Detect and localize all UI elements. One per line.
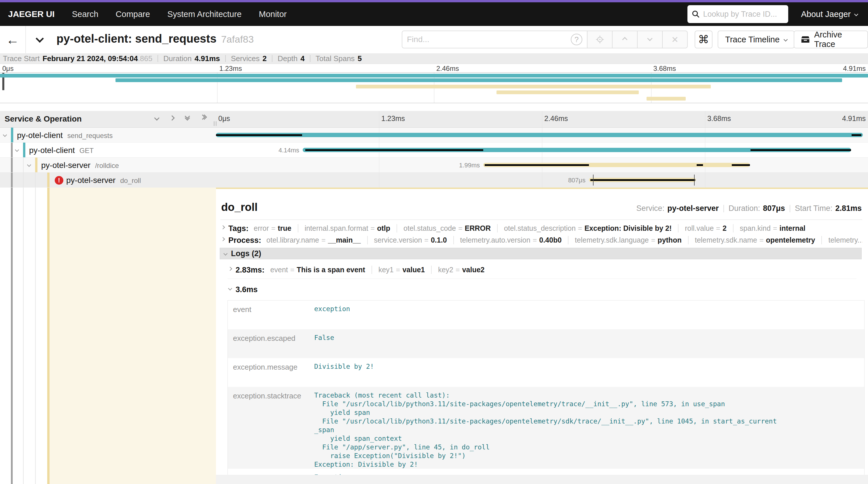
axis-tick: 1.23ms: [381, 114, 405, 123]
span-detail-title: do_roll: [221, 201, 258, 213]
kv-table-row-exception-escaped: exception.escapedFalse: [228, 329, 864, 358]
nav-item-search[interactable]: Search: [63, 9, 107, 19]
logs-section-toggle[interactable]: Logs (2): [220, 248, 862, 259]
trace-id-lookup[interactable]: [687, 5, 788, 23]
minimap-axis: 0μs1.23ms2.46ms3.68ms4.91ms: [0, 64, 868, 72]
axis-tick: 2.46ms: [544, 114, 568, 123]
find-toolbar: ? ✕: [402, 31, 688, 49]
critical-path-segment: [305, 149, 483, 151]
detail-meta-starttime: Start Time:2.81ms: [795, 204, 862, 213]
service-name: py-otel-serverdo_roll: [66, 176, 141, 185]
process-section-toggle[interactable]: Process: otel.library.name=__main__servi…: [220, 236, 862, 245]
operation-name: GET: [80, 147, 94, 154]
help-icon[interactable]: ?: [571, 34, 582, 45]
trace-id-short: 7afaf83: [221, 34, 254, 44]
span-row--rolldice[interactable]: py-otel-server/rolldice1.99ms: [0, 158, 868, 173]
service-operation-header: Service & Operation: [5, 114, 82, 124]
next-result-button[interactable]: [638, 31, 663, 49]
span-row-get[interactable]: py-otel-clientGET4.14ms: [0, 143, 868, 158]
timeline-ruler: 0μs1.23ms2.46ms3.68ms4.91ms: [216, 111, 868, 127]
chevron-right-icon: [221, 237, 225, 241]
kv-table-row-exception-message: exception.messageDivisible by 2!: [228, 358, 864, 387]
kv-field-internal-span-format: internal.span.format=otlp: [298, 224, 397, 233]
clear-find-button[interactable]: ✕: [663, 31, 688, 49]
focus-span-button[interactable]: [588, 31, 613, 49]
tags-fields: error=trueinternal.span.format=otlpotel.…: [254, 224, 812, 233]
expand-one-icon[interactable]: [169, 115, 175, 120]
kv-field-key1: key1=value1: [372, 266, 431, 274]
kv-field-error: error=true: [254, 224, 298, 233]
log-keyvalue-table: eventexceptionexception.escapedFalseexce…: [227, 300, 865, 484]
chevron-down-icon: [647, 36, 652, 41]
service-name: py-otel-clientsend_requests: [17, 131, 113, 140]
minimap-span-bar: [496, 90, 639, 94]
span-bar[interactable]: [216, 133, 863, 137]
detail-meta-duration: Duration:807μs: [728, 204, 785, 213]
service-name: py-otel-server/rolldice: [41, 161, 119, 170]
prev-result-button[interactable]: [613, 31, 638, 49]
log-entry-1[interactable]: 2.83ms: event=This is a span eventkey1=v…: [227, 262, 857, 279]
kv-field-telemetry-sdk-language: telemetry.sdk.language=python: [568, 236, 688, 244]
about-jaeger-menu[interactable]: About Jaeger: [801, 9, 858, 19]
kv-field-event: event=This is a span event: [271, 266, 372, 274]
trace-view-selector[interactable]: Trace Timeline: [718, 31, 795, 49]
span-color-accent: [35, 158, 37, 172]
back-arrow-icon: ←: [6, 33, 19, 47]
axis-tick: 1.23ms: [219, 64, 242, 72]
minimap-span-bar: [116, 78, 842, 82]
span-detail-meta: Service:py-otel-serverDuration:807μsStar…: [637, 204, 862, 213]
row-collapse-chevron[interactable]: [27, 163, 31, 167]
trace-collapse-toggle[interactable]: [37, 36, 42, 43]
trace-id-input[interactable]: [703, 10, 781, 19]
expand-all-icon[interactable]: [201, 117, 206, 119]
trace-stat-total-spans: Total Spans5: [316, 54, 362, 63]
kv-field-otel-library-name: otel.library.name=__main__: [267, 236, 367, 244]
top-nav: JAEGER UI SearchCompareSystem Architectu…: [0, 2, 868, 26]
kv-table-row-exception-stacktrace: exception.stacktraceTraceback (most rece…: [228, 387, 864, 469]
close-icon: ✕: [671, 35, 679, 44]
kv-field-span-kind: span.kind=internal: [733, 224, 812, 233]
kv-field-service-version: service.version=0.1.0: [367, 236, 453, 244]
archive-trace-button[interactable]: Archive Trace: [794, 31, 868, 49]
kv-field-telemetry-sdk-name: telemetry.sdk.name=opentelemetry: [688, 236, 822, 244]
axis-tick: 3.68ms: [707, 114, 731, 123]
error-icon: !: [55, 176, 63, 185]
chevron-right-icon: [221, 225, 225, 229]
nav-item-monitor[interactable]: Monitor: [250, 9, 296, 19]
trace-stat-services: Services2: [231, 54, 267, 63]
span-duration-label: 1.99ms: [459, 162, 480, 169]
archive-icon: [801, 34, 810, 44]
kv-field-otel-status-code: otel.status_code=ERROR: [397, 224, 497, 233]
span-row-do-roll[interactable]: !py-otel-serverdo_roll807μs: [0, 173, 868, 187]
command-icon: ⌘: [698, 33, 709, 46]
browser-accent-strip: [0, 0, 868, 2]
axis-tick: 0μs: [2, 64, 13, 72]
service-name: py-otel-clientGET: [29, 146, 94, 155]
row-collapse-chevron[interactable]: [15, 148, 19, 152]
critical-path-segment: [851, 134, 861, 136]
back-button[interactable]: ←: [0, 26, 26, 53]
log-entry-2[interactable]: 3.6ms: [227, 282, 857, 298]
critical-path-segment: [216, 134, 302, 136]
keyboard-shortcuts-button[interactable]: ⌘: [694, 31, 712, 49]
search-icon: [691, 10, 700, 19]
kv-table-row-event: eventexception: [228, 301, 864, 329]
collapse-one-icon[interactable]: [154, 115, 159, 120]
collapse-all-icon[interactable]: [185, 116, 189, 120]
operation-name: send_requests: [67, 132, 113, 140]
axis-tick: 2.46ms: [436, 64, 459, 72]
critical-path-segment: [590, 179, 695, 181]
aim-icon: [595, 35, 604, 44]
trace-title: py-otel-client: send_requests7afaf83: [57, 32, 254, 45]
find-box[interactable]: ?: [402, 31, 588, 49]
span-duration-label: 807μs: [568, 177, 586, 184]
trace-minimap[interactable]: [0, 72, 868, 103]
find-input[interactable]: [407, 35, 571, 44]
nav-item-system-architecture[interactable]: System Architecture: [159, 9, 250, 19]
span-detail-panel: do_roll Service:py-otel-serverDuration:8…: [216, 187, 868, 484]
critical-path-segment: [696, 164, 703, 166]
tags-section-toggle[interactable]: Tags: error=trueinternal.span.format=otl…: [220, 224, 862, 233]
row-collapse-chevron[interactable]: [3, 133, 7, 137]
nav-item-compare[interactable]: Compare: [107, 9, 159, 19]
span-row-send-requests[interactable]: py-otel-clientsend_requests: [0, 128, 868, 143]
